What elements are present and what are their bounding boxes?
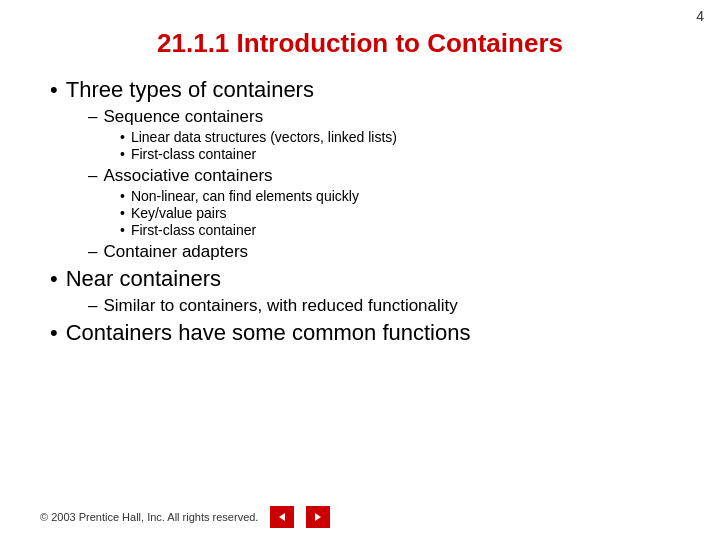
main-bullet-1: • Three types of containers (50, 77, 680, 103)
firstclass-2-label: First-class container (131, 222, 256, 238)
dot-firstclass-1: • (120, 146, 125, 162)
sub-sub-nonlinear: • Non-linear, can find elements quickly (120, 188, 680, 204)
keyvalue-label: Key/value pairs (131, 205, 227, 221)
bullet-3-label: Containers have some common functions (66, 320, 471, 346)
adapters-label: Container adapters (103, 242, 248, 262)
sub-item-associative: – Associative containers (88, 166, 680, 186)
bullet-2-dot: • (50, 266, 58, 292)
main-bullet-3: • Containers have some common functions (50, 320, 680, 346)
slide-title: 21.1.1 Introduction to Containers (40, 28, 680, 59)
content-area: • Three types of containers – Sequence c… (40, 77, 680, 346)
prev-icon (277, 512, 287, 522)
dot-firstclass-2: • (120, 222, 125, 238)
linear-label: Linear data structures (vectors, linked … (131, 129, 397, 145)
slide-number: 4 (696, 8, 704, 24)
sub-sub-linear: • Linear data structures (vectors, linke… (120, 129, 680, 145)
next-icon (313, 512, 323, 522)
bullet-1-label: Three types of containers (66, 77, 314, 103)
bullet-2-label: Near containers (66, 266, 221, 292)
dot-keyvalue: • (120, 205, 125, 221)
bullet-3-dot: • (50, 320, 58, 346)
slide: 4 21.1.1 Introduction to Containers • Th… (0, 0, 720, 540)
dot-nonlinear: • (120, 188, 125, 204)
footer: © 2003 Prentice Hall, Inc. All rights re… (40, 506, 330, 528)
main-bullet-2: • Near containers (50, 266, 680, 292)
nonlinear-label: Non-linear, can find elements quickly (131, 188, 359, 204)
svg-marker-1 (315, 513, 321, 521)
dash-adapters: – (88, 242, 97, 262)
sequence-label: Sequence containers (103, 107, 263, 127)
prev-button[interactable] (270, 506, 294, 528)
next-button[interactable] (306, 506, 330, 528)
similar-label: Similar to containers, with reduced func… (103, 296, 457, 316)
sub-sub-firstclass-2: • First-class container (120, 222, 680, 238)
sub-sub-firstclass-1: • First-class container (120, 146, 680, 162)
footer-copyright: © 2003 Prentice Hall, Inc. All rights re… (40, 511, 258, 523)
dash-sequence: – (88, 107, 97, 127)
associative-label: Associative containers (103, 166, 272, 186)
sub-item-similar: – Similar to containers, with reduced fu… (88, 296, 680, 316)
dash-associative: – (88, 166, 97, 186)
svg-marker-0 (279, 513, 285, 521)
bullet-1-dot: • (50, 77, 58, 103)
dash-similar: – (88, 296, 97, 316)
firstclass-1-label: First-class container (131, 146, 256, 162)
sub-sub-keyvalue: • Key/value pairs (120, 205, 680, 221)
dot-linear: • (120, 129, 125, 145)
sub-item-adapters: – Container adapters (88, 242, 680, 262)
sub-item-sequence: – Sequence containers (88, 107, 680, 127)
